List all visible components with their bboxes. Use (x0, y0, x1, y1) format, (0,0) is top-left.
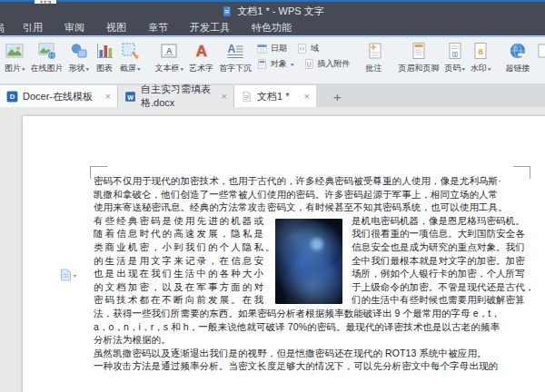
tab-close-button[interactable]: × (105, 92, 111, 102)
text-line: 使用来寄送秘密讯息。经典的方法常攻击密码文，有时候甚至不知其密码系统，也可以使用… (94, 201, 531, 214)
online-picture-icon (37, 41, 57, 61)
shapes-label: 形状 (69, 63, 85, 74)
text-line: 是机电密码机器，像是恩尼格玛密码机。 (352, 214, 531, 228)
hyperlink-button[interactable]: 超链接 (503, 39, 533, 84)
text-line: 我们很看重的一项信息。大到国防安全各 (352, 227, 531, 240)
inline-image-box (275, 214, 352, 307)
attachment-button[interactable]: 插入附件 (303, 58, 351, 70)
menu-item-clipped[interactable]: 局 (0, 22, 6, 35)
document-text: 密码不仅用于现代的加密技术，也用于古代的，许多经典密码被受尊重的人使用，像是尤利… (94, 174, 531, 373)
picture-label: 图片 (5, 63, 21, 74)
text-line: 凯撒和拿破仑，他们创造了一些常被人们使用的密码。许多密码起源于军事上，相同立场的… (94, 188, 531, 201)
tab-docer-templates[interactable]: D Docer-在线模板 × (0, 85, 118, 107)
clipped-ribbon-button[interactable] (533, 39, 545, 84)
dropdown-arrow-icon: ▾ (22, 65, 25, 71)
page-number-label: 页码 (445, 63, 461, 74)
text-line: 随着信息时代的高速发展，隐私是 (94, 227, 275, 240)
text-line: 密码技术都在不断向前发展。在我 (94, 293, 275, 307)
dropdown-arrow-icon: ▾ (488, 65, 491, 71)
text-wrap-row: 有些经典密码是使用先进的机器或随着信息时代的高速发展，隐私是类商业机密，小到我们… (94, 214, 531, 307)
tab-close-button[interactable]: × (222, 92, 227, 102)
comment-button[interactable]: 批注 (362, 39, 387, 84)
tab-close-button[interactable]: × (304, 92, 310, 102)
text-line: 们的生活中有些时候也需要用到破解密算 (352, 293, 531, 307)
textbox-button[interactable]: A 文本框▾ (153, 39, 187, 84)
text-line: 类商业机密，小到我们的个人隐私。 (94, 240, 275, 254)
embedded-artwork-image[interactable] (275, 219, 342, 304)
dropdown-arrow-icon: ▾ (74, 272, 76, 279)
menu-item[interactable]: 视图 (106, 21, 126, 34)
screenshot-button[interactable]: 截屏▾ (117, 39, 144, 84)
page-number-icon: 1 (445, 41, 465, 61)
text-line: 虽然凯撒密码以及逐渐退出我们是的视野，但是恺撒密码还在现代的 ROT13 系统中… (94, 347, 531, 360)
attachment-icon (303, 58, 315, 70)
header-footer-button[interactable]: 页眉和页脚 (396, 39, 442, 84)
shapes-button[interactable]: 形状▾ (66, 39, 93, 84)
paste-options-icon (60, 269, 72, 281)
tab-document1-active[interactable]: 文档1 * × (234, 85, 316, 107)
comment-label: 批注 (366, 63, 382, 74)
wps-writer-window: 文档1 * - WPS 文字 113 局 引用审阅视图章节开发工具特色功能 图片… (0, 0, 545, 392)
menu-item[interactable]: 章节 (148, 21, 168, 34)
watermark-button[interactable]: a 水印▾ (468, 39, 494, 84)
text-line: 分析法为根据的。 (94, 333, 531, 347)
chart-button[interactable]: 图表 (92, 39, 117, 84)
new-tab-button[interactable]: + (325, 85, 350, 107)
dropcap-icon: A (225, 41, 245, 61)
shapes-icon (69, 41, 89, 61)
wrap-right-column: 是机电密码机器，像是恩尼格玛密码机。我们很看重的一项信息。大到国防安全各信息安全… (352, 214, 531, 307)
svg-text:1: 1 (454, 53, 457, 57)
wordart-icon: A (192, 41, 212, 61)
document-page[interactable]: ▾ 密码不仅用于现代的加密技术，也用于古代的，许多经典密码被受尊重的人使用，像是… (23, 116, 545, 392)
hyperlink-label: 超链接 (506, 63, 530, 74)
svg-text:A: A (228, 43, 236, 55)
menu-item[interactable]: 审阅 (64, 21, 84, 34)
paste-options-button[interactable]: ▾ (60, 269, 76, 281)
document-tab-bar: D Docer-在线模板 × W 自主实习需填表格.docx × 文档1 * × (0, 83, 545, 107)
svg-text:A: A (195, 43, 206, 60)
insert-small-buttons: 日期 域 (254, 39, 352, 84)
textbox-label: 文本框 (155, 63, 180, 74)
tab-practice-form-docx[interactable]: W 自主实习需填表格.docx × (118, 85, 234, 107)
wrap-left-column: 有些经典密码是使用先进的机器或随着信息时代的高速发展，隐私是类商业机密，小到我们… (94, 214, 275, 307)
text-line: a，o，n，i，r，s 和 h，一般来说他就可破译 70%的密码。最现代的译密技… (94, 320, 531, 334)
tab-label: 文档1 * (257, 90, 289, 103)
textbox-icon: A (159, 41, 179, 61)
chart-label: 图表 (96, 63, 113, 74)
online-picture-button[interactable]: 在线图片 (28, 39, 66, 84)
object-button[interactable]: 对象 ▾ (256, 58, 294, 70)
dropcap-button[interactable]: A 首字下沉 (216, 39, 254, 84)
date-button[interactable]: 日期 (256, 43, 287, 54)
text-line: 的文档加密，以及在军事方面的对 (94, 280, 275, 294)
object-label: 对象 (271, 58, 287, 70)
dropcap-label: 首字下沉 (219, 63, 252, 74)
field-icon (296, 43, 308, 54)
screenshot-icon (120, 41, 140, 61)
online-picture-label: 在线图片 (31, 63, 64, 74)
clipped-icon (536, 41, 545, 61)
paragraph-lines-before-image: 密码不仅用于现代的加密技术，也用于古代的，许多经典密码被受尊重的人使用，像是尤利… (94, 174, 531, 214)
svg-text:a: a (479, 46, 484, 56)
field-label: 域 (311, 43, 319, 54)
date-label: 日期 (271, 43, 287, 54)
menu-item[interactable]: 特色功能 (252, 21, 292, 34)
docer-icon: D (6, 91, 18, 103)
field-button[interactable]: 域 (296, 43, 319, 54)
word-doc-icon: W (124, 91, 136, 103)
insert-ribbon: 图片▾ 在线图片 形状▾ (0, 37, 545, 85)
comment-icon (364, 41, 384, 61)
text-line: 的生活是用文字来记录，在信息安 (94, 254, 275, 268)
menu-item[interactable]: 开发工具 (190, 21, 230, 34)
text-line: 法，获得一些我们所需要的东西。如果密码分析者根据频率数能破译出 9 个最常用的字… (94, 307, 531, 320)
page-number-button[interactable]: 1 页码▾ (442, 39, 469, 84)
dropdown-arrow-icon: ▾ (137, 65, 141, 71)
tab-label: Docer-在线模板 (23, 90, 93, 103)
picture-button[interactable]: 图片▾ (2, 39, 28, 84)
attachment-label: 插入附件 (318, 58, 351, 70)
menu-item[interactable]: 引用 (23, 21, 43, 34)
text-line: 场所，例如个人银行卡的加密，个人所写 (352, 267, 531, 280)
text-line: 信息安全也是成为研究的重点对象。我们 (352, 240, 531, 254)
wordart-button[interactable]: A 艺术字 (186, 39, 216, 84)
chart-icon (94, 41, 114, 61)
text-line: 全中我们最根本就是对文字的加密。加密 (352, 254, 531, 268)
